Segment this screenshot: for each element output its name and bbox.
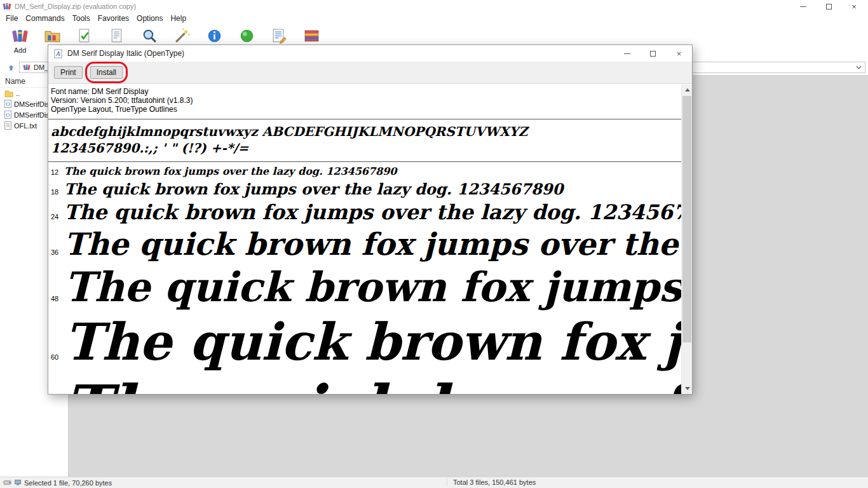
menu-file[interactable]: File — [3, 13, 23, 24]
scroll-down-arrow[interactable] — [682, 383, 693, 394]
sample-size-label: 48 — [51, 295, 64, 302]
font-version-line: Version: Version 5.200; ttfautohint (v1.… — [51, 96, 681, 105]
file-name: OFL.txt — [14, 122, 37, 130]
sample-text: The quick brown fox jumps over the lazy … — [64, 374, 681, 394]
info-icon — [206, 27, 223, 44]
minimize-icon — [800, 6, 806, 7]
wizard-wand-icon — [173, 27, 191, 44]
menu-help[interactable]: Help — [168, 13, 191, 24]
maximize-button[interactable] — [816, 0, 841, 13]
minimize-icon — [624, 53, 630, 54]
font-name-line: Font name: DM Serif Display — [51, 87, 681, 96]
font-viewer-app-icon: A — [53, 49, 63, 58]
sample-size-label: 60 — [51, 353, 64, 361]
sample-size-label: 36 — [51, 248, 64, 256]
sample-row-72pt-clipped: The quick brown fox jumps over the lazy … — [51, 374, 681, 394]
font-viewer-window: A DM Serif Display Italic (OpenType) × P… — [48, 44, 693, 395]
magnifier-icon — [141, 27, 158, 44]
sample-row-18pt: 18 The quick brown fox jumps over the la… — [51, 180, 681, 198]
divider — [48, 161, 681, 162]
view-document-icon — [109, 27, 126, 44]
status-total-text: Total 3 files, 150,461 bytes — [453, 478, 536, 486]
close-button[interactable]: × — [841, 0, 867, 13]
up-arrow-icon — [8, 64, 15, 71]
sample-row-12pt: 12 The quick brown fox jumps over the la… — [51, 166, 681, 177]
file-name: .. — [16, 90, 20, 97]
sample-text: The quick brown fox jumps over the lazy … — [64, 313, 681, 370]
titlebar: DM_Serif_Display.zip (evaluation copy) × — [0, 0, 868, 13]
status-selected-text: Selected 1 file, 70,260 bytes — [24, 479, 112, 487]
divider — [48, 119, 681, 119]
sfx-archive-icon — [303, 27, 320, 44]
sample-text: The quick brown fox jumps over the lazy … — [64, 264, 681, 310]
sample-size-label: 24 — [51, 213, 64, 220]
menubar: File Commands Tools Favorites Options He… — [0, 13, 868, 24]
comment-icon — [271, 27, 288, 44]
virus-scan-icon — [238, 27, 255, 44]
font-viewer-titlebar: A DM Serif Display Italic (OpenType) × — [48, 45, 692, 62]
extract-folder-icon — [44, 27, 61, 44]
font-format-line: OpenType Layout, TrueType Outlines — [51, 105, 681, 114]
font-file-icon: O — [4, 100, 11, 108]
status-monitor-icon — [14, 479, 22, 486]
font-file-icon: O — [4, 111, 11, 119]
sample-row-48pt: 48 The quick brown fox jumps over the la… — [51, 264, 681, 310]
scrollbar[interactable] — [681, 85, 692, 394]
menu-options[interactable]: Options — [134, 13, 168, 24]
toolbar-add-button[interactable]: Add — [4, 24, 36, 60]
font-viewer-close-button[interactable]: × — [666, 45, 692, 62]
window-title: DM_Serif_Display.zip (evaluation copy) — [15, 3, 136, 10]
close-icon: × — [851, 3, 857, 11]
sample-text: The quick brown fox jumps over the lazy … — [64, 227, 681, 261]
menu-favorites[interactable]: Favorites — [95, 13, 134, 24]
scrollbar-thumb[interactable] — [682, 96, 691, 342]
svg-text:O: O — [6, 102, 10, 107]
font-preview-content: Font name: DM Serif Display Version: Ver… — [48, 85, 681, 394]
install-button[interactable]: Install — [90, 66, 123, 79]
font-viewer-title: DM Serif Display Italic (OpenType) — [67, 49, 184, 58]
add-archive-icon — [11, 27, 29, 44]
svg-text:A: A — [55, 50, 60, 57]
menu-commands[interactable]: Commands — [23, 13, 69, 24]
minimize-button[interactable] — [790, 0, 816, 13]
status-bar: Selected 1 file, 70,260 bytes Total 3 fi… — [0, 477, 868, 488]
scroll-up-arrow[interactable] — [682, 85, 693, 95]
sample-size-label: 18 — [51, 188, 64, 196]
font-viewer-minimize-button[interactable] — [614, 45, 640, 62]
folder-icon — [4, 90, 13, 97]
toolbar-label: Add — [14, 46, 27, 54]
sample-row-24pt: 24 The quick brown fox jumps over the la… — [51, 201, 681, 224]
sample-row-60pt: 60 The quick brown fox jumps over the la… — [51, 313, 681, 370]
sample-text: The quick brown fox jumps over the lazy … — [64, 180, 563, 198]
test-document-icon — [76, 27, 93, 44]
alphabet-sample-letters: abcdefghijklmnopqrstuvwxyz ABCDEFGHIJKLM… — [51, 123, 681, 140]
archive-mini-icon — [23, 64, 31, 71]
font-viewer-maximize-button[interactable] — [640, 45, 666, 62]
print-button[interactable]: Print — [54, 66, 83, 79]
alphabet-sample-numerals: 1234567890.:,; ' " (!?) +-*/= — [51, 140, 681, 156]
sample-row-36pt: 36 The quick brown fox jumps over the la… — [51, 227, 681, 261]
maximize-icon — [650, 51, 656, 57]
svg-text:O: O — [6, 112, 10, 118]
close-icon: × — [677, 50, 682, 58]
status-drive-icon — [3, 479, 11, 486]
up-one-level-button[interactable] — [3, 62, 19, 73]
font-viewer-toolbar: Print Install — [48, 62, 692, 84]
menu-tools[interactable]: Tools — [70, 13, 95, 24]
sample-text: The quick brown fox jumps over the lazy … — [64, 166, 397, 177]
maximize-icon — [826, 4, 832, 10]
status-divider — [447, 478, 447, 487]
sample-text: The quick brown fox jumps over the lazy … — [64, 201, 681, 224]
winrar-app-icon — [3, 2, 11, 11]
text-file-icon — [4, 121, 11, 130]
sample-size-label: 12 — [51, 168, 64, 176]
chevron-down-icon[interactable] — [856, 65, 862, 69]
